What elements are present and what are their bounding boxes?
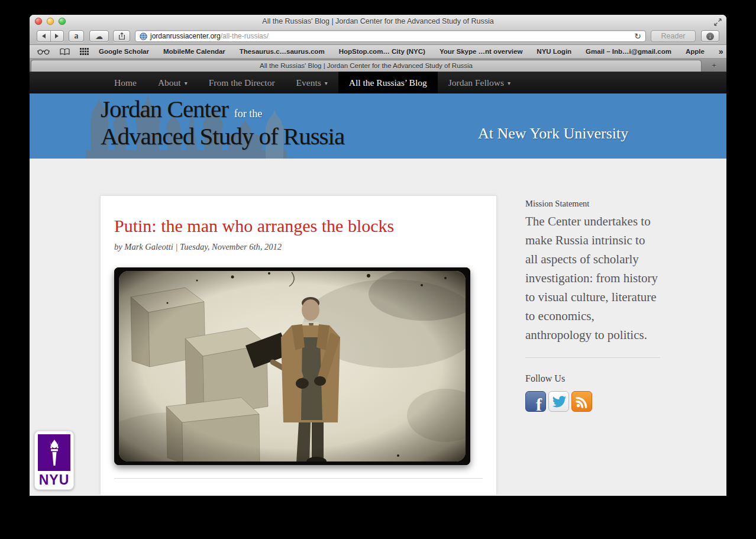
fullscreen-icon[interactable] xyxy=(714,18,722,25)
refresh-icon[interactable]: ↻ xyxy=(634,31,641,41)
share-icon xyxy=(118,32,126,40)
bookmark-thesaurus[interactable]: Thesaurus.c…saurus.com xyxy=(240,48,325,55)
bookmark-mobileme-calendar[interactable]: MobileMe Calendar xyxy=(163,48,225,55)
bookmark-apple[interactable]: Apple xyxy=(686,48,705,55)
post-divider xyxy=(114,478,483,479)
reading-list-button[interactable] xyxy=(37,49,50,55)
site-navigation: Home About From the Director Events All … xyxy=(30,72,726,93)
site-favicon xyxy=(140,33,147,40)
page-content: Putin: the man who arranges the blocks b… xyxy=(30,159,726,495)
nyu-badge[interactable]: NYU xyxy=(34,431,74,490)
cloud-icon: ☁ xyxy=(95,32,103,41)
nav-item-jordan-fellows[interactable]: Jordan Fellows xyxy=(438,72,521,93)
nav-item-from-the-director[interactable]: From the Director xyxy=(198,72,286,93)
new-tab-button[interactable]: + xyxy=(702,59,726,72)
glasses-icon xyxy=(37,49,50,55)
article-card: Putin: the man who arranges the blocks b… xyxy=(100,195,497,495)
back-icon xyxy=(42,34,46,38)
forward-icon xyxy=(55,34,59,38)
top-sites-button[interactable] xyxy=(80,48,89,55)
twitter-icon[interactable] xyxy=(548,391,569,412)
amazon-icon: a xyxy=(75,31,79,41)
history-buttons xyxy=(37,30,64,42)
zoom-button[interactable] xyxy=(59,18,66,25)
page-viewport: Home About From the Director Events All … xyxy=(30,72,726,495)
browser-window: All the Russias' Blog | Jordan Center fo… xyxy=(30,15,726,496)
back-button[interactable] xyxy=(37,31,50,41)
rss-icon[interactable] xyxy=(571,391,592,412)
header-tagline: At New York University xyxy=(478,125,628,143)
video-thumbnail[interactable] xyxy=(114,267,470,465)
logo-for-the-text: for the xyxy=(234,108,262,120)
post-title[interactable]: Putin: the man who arranges the blocks xyxy=(114,216,483,236)
share-button[interactable] xyxy=(113,30,130,42)
nyu-label: NYU xyxy=(35,471,73,489)
sidebar-divider xyxy=(525,357,660,358)
bookmarks-bar: Google Scholar MobileMe Calendar Thesaur… xyxy=(30,45,726,59)
video-still-image xyxy=(114,267,470,465)
browser-toolbar: a ☁ jordanrussiacenter.org/all-the-russi… xyxy=(30,28,726,45)
minimize-button[interactable] xyxy=(47,18,54,25)
bookmarks-menu-button[interactable] xyxy=(60,48,70,56)
icloud-tabs-button[interactable]: ☁ xyxy=(89,30,109,42)
social-links xyxy=(525,391,660,412)
tab-bar: All the Russias' Blog | Jordan Center fo… xyxy=(30,59,726,72)
post-byline: by Mark Galeotti | Tuesday, November 6th… xyxy=(114,242,483,252)
amazon-button[interactable]: a xyxy=(69,30,84,42)
bookmark-nyu-login[interactable]: NYU Login xyxy=(537,48,571,55)
nyu-torch-icon xyxy=(38,434,70,471)
nav-item-all-the-russias-blog[interactable]: All the Russias’ Blog xyxy=(338,72,438,93)
download-icon xyxy=(706,33,714,40)
mission-statement-heading: Mission Statement xyxy=(525,199,660,209)
book-icon xyxy=(60,48,70,56)
nav-item-events[interactable]: Events xyxy=(286,72,338,93)
follow-us-heading: Follow Us xyxy=(525,373,660,384)
nav-item-home[interactable]: Home xyxy=(104,72,147,93)
url-domain: jordanrussiacenter.org xyxy=(150,32,221,40)
downloads-button[interactable] xyxy=(701,30,719,42)
logo-main-text: Jordan Center xyxy=(101,95,228,122)
bookmark-gmail[interactable]: Gmail – Inb…i@gmail.com xyxy=(586,48,671,55)
tab-all-the-russias[interactable]: All the Russias' Blog | Jordan Center fo… xyxy=(31,60,702,72)
close-button[interactable] xyxy=(35,18,42,25)
bookmark-skype[interactable]: Your Skype …nt overview xyxy=(440,48,522,55)
window-title: All the Russias' Blog | Jordan Center fo… xyxy=(30,15,726,28)
site-logo-line2[interactable]: Advanced Study of Russia xyxy=(101,122,344,150)
sidebar: Mission Statement The Center undertakes … xyxy=(525,199,660,412)
facebook-icon[interactable] xyxy=(525,391,546,412)
bookmark-google-scholar[interactable]: Google Scholar xyxy=(99,48,149,55)
bookmark-hopstop[interactable]: HopStop.com… City (NYC) xyxy=(339,48,425,55)
site-logo-line1[interactable]: Jordan Centerfor the xyxy=(101,95,262,123)
mission-statement-text: The Center undertakes to make Russia int… xyxy=(525,212,660,344)
reader-button[interactable]: Reader xyxy=(651,30,696,42)
bookmarks-overflow-chevron[interactable]: » xyxy=(719,47,723,56)
grid-icon xyxy=(80,48,89,55)
site-header: Jordan Centerfor the Advanced Study of R… xyxy=(30,93,726,159)
window-titlebar[interactable]: All the Russias' Blog | Jordan Center fo… xyxy=(30,15,726,28)
nav-item-about[interactable]: About xyxy=(147,72,198,93)
forward-button[interactable] xyxy=(50,31,64,41)
url-path: /all-the-russias/ xyxy=(221,32,269,40)
address-bar[interactable]: jordanrussiacenter.org/all-the-russias/ … xyxy=(135,30,646,42)
